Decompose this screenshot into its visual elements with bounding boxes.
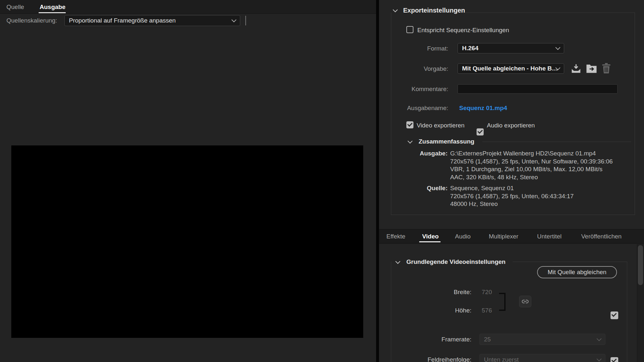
output-name-link[interactable]: Sequenz 01.mp4 [459,105,507,112]
export-settings-window: Quelle Ausgabe Quellenskalierung: Propor… [0,0,644,362]
framerate-dropdown[interactable]: 25 [479,334,605,345]
summary-source-line: Sequence, Sequenz 01 [450,185,514,192]
tab-multiplexer[interactable]: Multiplexer [489,229,518,244]
export-audio-label: Audio exportieren [487,122,535,129]
chevron-down-icon [555,45,561,50]
chevron-down-icon [597,356,602,361]
video-settings-title: Grundlegende Videoeinstellungen [406,258,506,265]
preview-area [11,145,363,338]
summary-output-line: G:\ExternesProjekt Wallenberg HD2\Sequen… [450,150,596,157]
summary-source-label: Quelle: [399,185,448,192]
summary-output-line: VBR, 1 Durchgang, Ziel 10,00 MBit/s, Max… [450,166,602,173]
tab-quelle[interactable]: Quelle [6,0,24,14]
match-sequence-label: Entspricht Sequenz-Einstellungen [417,27,509,34]
link-icon[interactable] [519,296,531,307]
preset-dropdown[interactable]: Mit Quelle abgleichen - Hohe B… [458,63,564,74]
format-label: Format: [390,45,448,52]
summary-output-line: AAC, 320 KBit/s, 48 kHz, Stereo [450,174,538,181]
height-value[interactable]: 576 [482,307,492,314]
video-settings-title-rule [513,262,627,262]
export-settings-title-rule [461,13,635,13]
preset-label: Vorgabe: [390,65,448,72]
field-order-dropdown[interactable]: Unten zuerst [479,354,605,362]
import-preset-icon[interactable] [586,64,597,73]
tab-ausgabe[interactable]: Ausgabe [40,0,65,14]
width-height-checkbox[interactable] [611,311,618,319]
dimension-link-bracket [499,293,506,311]
source-scaling-value: Proportional auf Framegröße anpassen [69,17,176,24]
tab-veroeffentlichen[interactable]: Veröffentlichen [581,229,621,244]
summary-output-line: 720x576 (1,4587), 25 fps, Unten, Nur Sof… [450,158,613,165]
field-order-value: Unten zuerst [484,356,519,362]
framerate-value: 25 [484,336,491,343]
export-settings-title: Exporteinstellungen [403,7,465,14]
pane-splitter-handle[interactable] [245,16,246,25]
tab-effekte[interactable]: Effekte [386,229,405,244]
format-value: H.264 [462,45,478,52]
chevron-down-icon [232,17,237,23]
summary-title: Zusammenfassung [419,138,474,145]
comments-label: Kommentare: [390,86,448,93]
save-preset-icon[interactable] [571,64,581,73]
comments-input[interactable] [458,84,618,94]
chevron-down-icon [597,336,602,341]
height-label: Höhe: [412,307,471,314]
summary-source-line: 48000 Hz, Stereo [450,200,498,208]
width-label: Breite: [412,289,471,296]
format-dropdown[interactable]: H.264 [458,43,564,53]
pane-divider[interactable] [376,0,379,362]
summary-source-line: 720x576 (1,4587), 25 fps, Unten, 06:43:3… [450,193,573,200]
source-scaling-label: Quellenskalierung: [6,17,57,24]
active-tab-underline [419,241,440,242]
preset-value: Mit Quelle abgleichen - Hohe B… [462,65,558,72]
summary-output-label: Ausgabe: [399,150,448,157]
output-name-label: Ausgabename: [390,105,448,112]
framerate-label: Framerate: [412,336,471,343]
settings-scrollbar-thumb[interactable] [638,245,643,285]
tab-audio[interactable]: Audio [455,229,471,244]
field-order-label: Feldreihenfolge: [412,356,471,362]
match-source-button[interactable]: Mit Quelle abgleichen [537,266,617,278]
export-video-checkbox[interactable] [406,121,413,128]
framerate-checkbox[interactable] [611,357,618,362]
source-scaling-dropdown[interactable]: Proportional auf Framegröße anpassen [64,15,240,26]
export-video-label: Video exportieren [417,122,465,129]
export-audio-checkbox[interactable] [477,128,484,135]
delete-preset-icon[interactable] [602,63,611,73]
tab-untertitel[interactable]: Untertitel [537,229,562,244]
active-tab-underline [39,12,66,13]
width-value[interactable]: 720 [482,289,492,296]
match-sequence-checkbox[interactable] [406,26,413,33]
summary-title-rule [482,142,631,142]
